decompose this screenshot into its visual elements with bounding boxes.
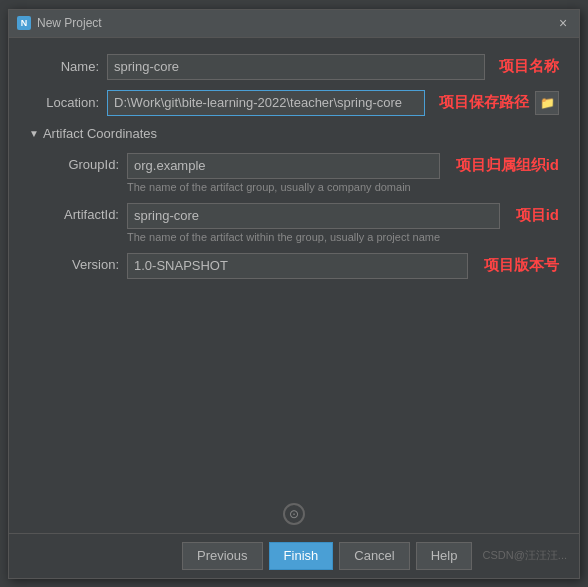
progress-icon: ⊙ xyxy=(283,503,305,525)
artifact-section-title: Artifact Coordinates xyxy=(43,126,157,141)
close-button[interactable]: × xyxy=(555,15,571,31)
name-annotation: 项目名称 xyxy=(499,57,559,76)
artifact-section: GroupId: 项目归属组织id The name of the artifa… xyxy=(29,153,559,279)
version-annotation: 项目版本号 xyxy=(484,256,559,275)
version-input[interactable] xyxy=(127,253,468,279)
location-field-wrapper: 项目保存路径 📁 xyxy=(107,90,559,116)
footer: Previous Finish Cancel Help CSDN@汪汪汪... xyxy=(9,533,579,578)
location-annotation: 项目保存路径 xyxy=(439,93,529,112)
name-label: Name: xyxy=(29,59,99,74)
groupid-label: GroupId: xyxy=(29,153,119,172)
watermark-text: CSDN@汪汪汪... xyxy=(482,548,567,563)
version-row: Version: 项目版本号 xyxy=(29,253,559,279)
dialog-content: Name: 项目名称 Location: 项目保存路径 📁 ▼ Artifact… xyxy=(9,38,579,495)
artifactid-label: ArtifactId: xyxy=(29,203,119,222)
finish-button[interactable]: Finish xyxy=(269,542,334,570)
name-field-wrapper: 项目名称 xyxy=(107,54,559,80)
groupid-annotation: 项目归属组织id xyxy=(456,156,559,175)
artifactid-annotation: 项目id xyxy=(516,206,559,225)
artifactid-input[interactable] xyxy=(127,203,500,229)
name-row: Name: 项目名称 xyxy=(29,54,559,80)
collapse-triangle-icon: ▼ xyxy=(29,128,39,139)
name-input[interactable] xyxy=(107,54,485,80)
groupid-field-wrapper: 项目归属组织id The name of the artifact group,… xyxy=(127,153,559,199)
artifactid-row: ArtifactId: 项目id The name of the artifac… xyxy=(29,203,559,249)
title-bar: N New Project × xyxy=(9,10,579,38)
new-project-dialog: N New Project × Name: 项目名称 Location: 项目保… xyxy=(8,9,580,579)
version-field-wrapper: 项目版本号 xyxy=(127,253,559,279)
help-button[interactable]: Help xyxy=(416,542,473,570)
dialog-title: New Project xyxy=(37,16,549,30)
browse-button[interactable]: 📁 xyxy=(535,91,559,115)
location-row: Location: 项目保存路径 📁 xyxy=(29,90,559,116)
artifactid-hint: The name of the artifact within the grou… xyxy=(127,231,559,243)
bottom-area: ⊙ xyxy=(9,495,579,533)
artifactid-field-wrapper: 项目id The name of the artifact within the… xyxy=(127,203,559,249)
location-input[interactable] xyxy=(107,90,425,116)
groupid-input[interactable] xyxy=(127,153,440,179)
artifact-section-header[interactable]: ▼ Artifact Coordinates xyxy=(29,126,559,141)
groupid-row: GroupId: 项目归属组织id The name of the artifa… xyxy=(29,153,559,199)
cancel-button[interactable]: Cancel xyxy=(339,542,409,570)
app-icon: N xyxy=(17,16,31,30)
groupid-hint: The name of the artifact group, usually … xyxy=(127,181,559,193)
version-label: Version: xyxy=(29,253,119,272)
previous-button[interactable]: Previous xyxy=(182,542,263,570)
location-label: Location: xyxy=(29,95,99,110)
